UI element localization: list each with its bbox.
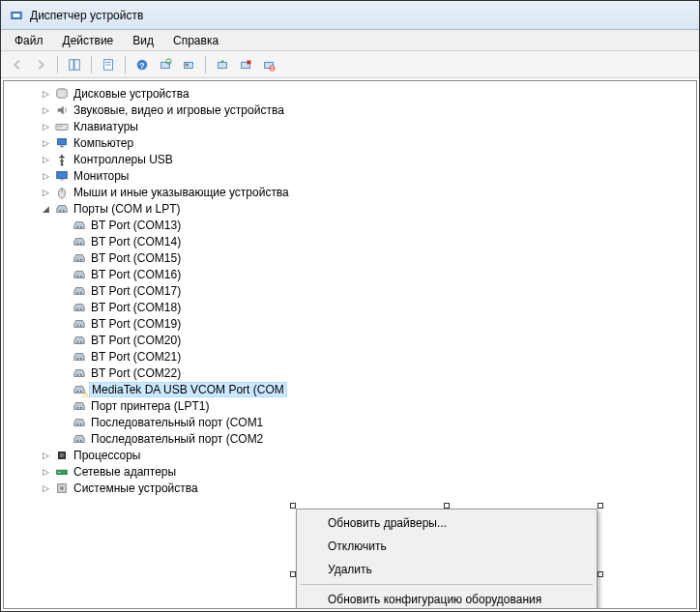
tree-node[interactable]: BT Port (COM15) — [8, 249, 692, 266]
expander-icon[interactable] — [56, 366, 70, 380]
expander-icon[interactable]: ▷ — [39, 186, 52, 199]
expander-icon[interactable] — [56, 383, 70, 396]
menu-view[interactable]: Вид — [123, 31, 163, 50]
tree-node[interactable]: ▷ Клавиатуры — [8, 118, 692, 134]
port-icon — [72, 333, 87, 348]
node-label: Последовательный порт (COM1 — [89, 416, 265, 429]
expander-icon[interactable] — [56, 350, 70, 364]
expander-icon[interactable]: ▷ — [39, 481, 52, 495]
expander-icon[interactable] — [56, 235, 70, 248]
nav-forward-button[interactable] — [30, 54, 51, 75]
toolbar: ? — [1, 51, 699, 78]
expander-icon[interactable] — [56, 301, 70, 314]
tree-node[interactable]: BT Port (COM14) — [8, 233, 692, 249]
tree-node[interactable]: ▷ Системные устройства — [8, 480, 692, 496]
expander-icon[interactable]: ▷ — [39, 153, 52, 166]
tree-node[interactable]: Последовательный порт (COM2 — [8, 430, 692, 447]
svg-point-40 — [80, 291, 82, 293]
expander-icon[interactable] — [56, 399, 70, 413]
port-icon — [72, 365, 87, 381]
scan-hardware-button[interactable] — [155, 54, 176, 75]
tree-node[interactable]: ▷ Компьютер — [8, 134, 692, 151]
expander-icon[interactable]: ▷ — [39, 87, 52, 101]
tree-node[interactable]: ▷ Дисковые устройства — [8, 85, 692, 102]
tree-node[interactable]: Последовательный порт (COM1 — [8, 414, 692, 430]
menubar: Файл Действие Вид Справка — [1, 30, 699, 51]
tree-node[interactable]: ▷ Процессоры — [8, 447, 692, 463]
expander-icon[interactable] — [56, 284, 70, 298]
uninstall-button[interactable] — [235, 54, 256, 75]
menu-help[interactable]: Справка — [163, 31, 228, 50]
svg-point-46 — [80, 340, 82, 342]
node-label: Контроллеры USB — [72, 153, 175, 166]
port-icon — [72, 349, 87, 364]
tree-node[interactable]: BT Port (COM16) — [8, 266, 692, 282]
expander-icon[interactable]: ▷ — [39, 449, 52, 462]
monitor-icon — [54, 168, 70, 184]
expander-icon[interactable] — [56, 416, 70, 429]
node-label: BT Port (COM17) — [89, 284, 183, 298]
node-label: Последовательный порт (COM2 — [89, 432, 265, 446]
svg-rect-20 — [58, 126, 60, 127]
port-icon — [72, 250, 87, 266]
expander-icon[interactable] — [56, 219, 70, 232]
tree-node[interactable]: ▷ Сетевые адаптеры — [8, 463, 692, 480]
svg-point-31 — [76, 225, 78, 227]
tree-node[interactable]: ▷ Контроллеры USB — [8, 151, 692, 167]
node-label: BT Port (COM13) — [89, 219, 183, 232]
svg-point-49 — [76, 373, 78, 375]
expander-icon[interactable] — [56, 432, 70, 446]
properties-button[interactable] — [98, 54, 119, 75]
tree-node[interactable]: BT Port (COM22) — [8, 364, 692, 381]
tree-node[interactable]: BT Port (COM19) — [8, 315, 692, 332]
expander-icon[interactable] — [56, 334, 70, 347]
expander-icon[interactable]: ▷ — [39, 136, 52, 150]
network-icon — [54, 464, 70, 480]
tree-node[interactable]: Порт принтера (LPT1) — [8, 397, 692, 414]
svg-rect-2 — [70, 59, 73, 70]
node-label: BT Port (COM15) — [89, 251, 183, 265]
node-label: BT Port (COM22) — [89, 366, 183, 380]
port-icon — [72, 382, 87, 397]
svg-point-44 — [80, 324, 82, 326]
expander-icon[interactable]: ▷ — [39, 465, 52, 479]
tree-node[interactable]: BT Port (COM18) — [8, 299, 692, 315]
tree-node[interactable]: BT Port (COM21) — [8, 348, 692, 364]
context-menu-item[interactable]: Удалить — [299, 558, 595, 581]
expander-icon[interactable] — [56, 268, 70, 281]
svg-text:?: ? — [139, 60, 144, 70]
expander-icon[interactable]: ▷ — [39, 120, 52, 133]
update-driver-button[interactable] — [212, 54, 233, 75]
tree-node[interactable]: ▷ Мыши и иные указывающие устройства — [8, 184, 692, 200]
context-menu-item[interactable]: Отключить — [299, 535, 595, 558]
tree-node[interactable]: ◢ Порты (COM и LPT) — [8, 200, 692, 217]
context-menu-item[interactable]: Обновить драйверы... — [299, 511, 595, 535]
expander-icon[interactable]: ◢ — [39, 202, 52, 216]
disable-button[interactable] — [258, 54, 279, 75]
tree-node[interactable]: ▷ Мониторы — [8, 167, 692, 184]
svg-rect-13 — [219, 62, 227, 68]
context-menu-item[interactable]: Обновить конфигурацию оборудования — [299, 588, 595, 609]
svg-point-30 — [63, 209, 65, 211]
tree-node[interactable]: BT Port (COM17) — [8, 282, 692, 299]
menu-action[interactable]: Действие — [53, 31, 124, 50]
expander-icon[interactable] — [56, 317, 70, 331]
node-label: BT Port (COM20) — [89, 334, 183, 347]
expander-icon[interactable]: ▷ — [39, 169, 52, 183]
svg-rect-1 — [14, 14, 20, 17]
svg-point-39 — [76, 291, 78, 293]
help-button[interactable]: ? — [131, 54, 153, 75]
tree-node[interactable]: MediaTek DA USB VCOM Port (COM — [8, 381, 692, 397]
port-icon — [72, 267, 87, 282]
show-hide-tree-button[interactable] — [64, 54, 85, 75]
node-label: Мыши и иные указывающие устройства — [72, 186, 291, 199]
menu-file[interactable]: Файл — [5, 31, 53, 50]
nav-back-button[interactable] — [7, 54, 28, 75]
expander-icon[interactable]: ▷ — [39, 103, 52, 117]
device-manager-window: Диспетчер устройств Файл Действие Вид Сп… — [1, 1, 699, 611]
expander-icon[interactable] — [56, 251, 70, 265]
tree-node[interactable]: BT Port (COM13) — [8, 217, 692, 233]
scan-button[interactable] — [178, 54, 199, 75]
tree-node[interactable]: ▷ Звуковые, видео и игровые устройства — [8, 102, 692, 118]
tree-node[interactable]: BT Port (COM20) — [8, 332, 692, 348]
